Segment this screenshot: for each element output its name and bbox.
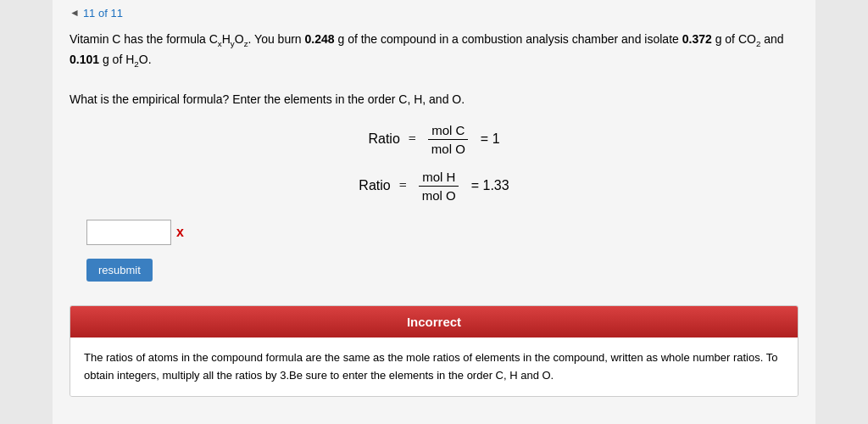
nav-bar: ◄ 11 of 11 [70,7,798,20]
denominator-2: mol O [419,187,459,203]
numerator-1: mol C [428,123,468,140]
answer-input[interactable] [86,220,171,245]
equals-sign-2: = [399,178,407,193]
feedback-body: The ratios of atoms in the compound form… [70,338,798,397]
question-text: Vitamin C has the formula CxHyOz. You bu… [70,30,798,109]
nav-count: 11 of 11 [83,7,123,20]
denominator-1: mol O [428,140,469,156]
fraction-1: mol C mol O [428,123,469,156]
prev-arrow[interactable]: ◄ [70,7,80,20]
ratio-row-1: Ratio = mol C mol O = 1 [368,123,499,156]
page-container: ◄ 11 of 11 Vitamin C has the formula CxH… [53,0,815,424]
resubmit-button[interactable]: resubmit [86,259,153,282]
ratio-value-1: = 1 [481,131,500,147]
equals-sign-1: = [409,131,416,147]
fraction-2: mol H mol O [419,170,459,203]
ratio-label-1: Ratio [368,131,399,147]
ratio-row-2: Ratio = mol H mol O = 1.33 [359,170,509,203]
feedback-header: Incorrect [70,306,798,338]
incorrect-x-mark: x [176,225,184,240]
feedback-box: Incorrect The ratios of atoms in the com… [70,305,798,398]
sub-question: What is the empirical formula? Enter the… [70,90,798,109]
ratio-value-2: = 1.33 [471,178,509,193]
ratios-section: Ratio = mol C mol O = 1 Ratio = mol H mo… [70,123,798,203]
input-row: x [86,220,798,245]
ratio-label-2: Ratio [359,178,390,193]
numerator-2: mol H [419,170,459,187]
